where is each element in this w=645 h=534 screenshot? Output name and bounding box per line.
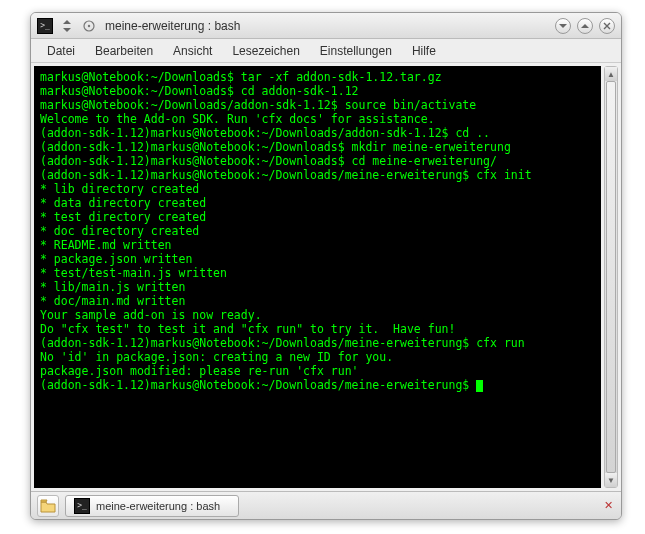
terminal-line: * package.json written [40, 252, 595, 266]
menu-edit[interactable]: Bearbeiten [87, 42, 161, 60]
terminal-line: Your sample add-on is now ready. [40, 308, 595, 322]
terminal-line: (addon-sdk-1.12)markus@Notebook:~/Downlo… [40, 154, 595, 168]
terminal-output[interactable]: markus@Notebook:~/Downloads$ tar -xf add… [34, 66, 601, 488]
terminal-line: Do "cfx test" to test it and "cfx run" t… [40, 322, 595, 336]
terminal-line: * doc/main.md written [40, 294, 595, 308]
maximize-button[interactable] [577, 18, 593, 34]
terminal-line: (addon-sdk-1.12)markus@Notebook:~/Downlo… [40, 168, 595, 182]
terminal-line: * lib directory created [40, 182, 595, 196]
terminal-line: (addon-sdk-1.12)markus@Notebook:~/Downlo… [40, 378, 595, 392]
terminal-line: * README.md written [40, 238, 595, 252]
terminal-line: package.json modified: please re-run 'cf… [40, 364, 595, 378]
terminal-line: * test/test-main.js written [40, 266, 595, 280]
tab-terminal[interactable]: >_ meine-erweiterung : bash [65, 495, 239, 517]
tab-label: meine-erweiterung : bash [96, 500, 220, 512]
tab-bar-close-icon[interactable]: ✕ [601, 499, 615, 513]
menu-bookmarks[interactable]: Lesezeichen [224, 42, 307, 60]
menu-file[interactable]: Datei [39, 42, 83, 60]
terminal-window: >_ meine-erweiterung : bash Datei Bearbe… [30, 12, 622, 520]
scrollbar-thumb[interactable] [606, 81, 616, 473]
scroll-up-button[interactable]: ▲ [605, 67, 617, 81]
terminal-tab-icon: >_ [74, 498, 90, 514]
terminal-line: (addon-sdk-1.12)markus@Notebook:~/Downlo… [40, 336, 595, 350]
menu-help[interactable]: Hilfe [404, 42, 444, 60]
terminal-line: (addon-sdk-1.12)markus@Notebook:~/Downlo… [40, 126, 595, 140]
window-tab-bar: >_ meine-erweiterung : bash ✕ [31, 491, 621, 519]
window-title: meine-erweiterung : bash [103, 19, 549, 33]
minimize-button[interactable] [555, 18, 571, 34]
terminal-line: (addon-sdk-1.12)markus@Notebook:~/Downlo… [40, 140, 595, 154]
vertical-scrollbar[interactable]: ▲ ▼ [604, 66, 618, 488]
terminal-app-icon: >_ [37, 18, 53, 34]
close-button[interactable] [599, 18, 615, 34]
window-titlebar[interactable]: >_ meine-erweiterung : bash [31, 13, 621, 39]
terminal-line: markus@Notebook:~/Downloads/addon-sdk-1.… [40, 98, 595, 112]
terminal-area: markus@Notebook:~/Downloads$ tar -xf add… [31, 63, 621, 491]
menu-bar: Datei Bearbeiten Ansicht Lesezeichen Ein… [31, 39, 621, 63]
app-menu-icon[interactable] [81, 18, 97, 34]
scrollbar-track[interactable] [605, 81, 617, 473]
terminal-line: markus@Notebook:~/Downloads$ tar -xf add… [40, 70, 595, 84]
terminal-line: No 'id' in package.json: creating a new … [40, 350, 595, 364]
menu-view[interactable]: Ansicht [165, 42, 220, 60]
scroll-down-button[interactable]: ▼ [605, 473, 617, 487]
terminal-line: * data directory created [40, 196, 595, 210]
terminal-line: Welcome to the Add-on SDK. Run 'cfx docs… [40, 112, 595, 126]
terminal-line: * lib/main.js written [40, 280, 595, 294]
terminal-line: * doc directory created [40, 224, 595, 238]
terminal-cursor [476, 380, 483, 392]
menu-settings[interactable]: Einstellungen [312, 42, 400, 60]
svg-point-1 [88, 24, 90, 26]
chevron-up-down-icon[interactable] [59, 18, 75, 34]
terminal-line: * test directory created [40, 210, 595, 224]
new-tab-button[interactable] [37, 495, 59, 517]
terminal-line: markus@Notebook:~/Downloads$ cd addon-sd… [40, 84, 595, 98]
